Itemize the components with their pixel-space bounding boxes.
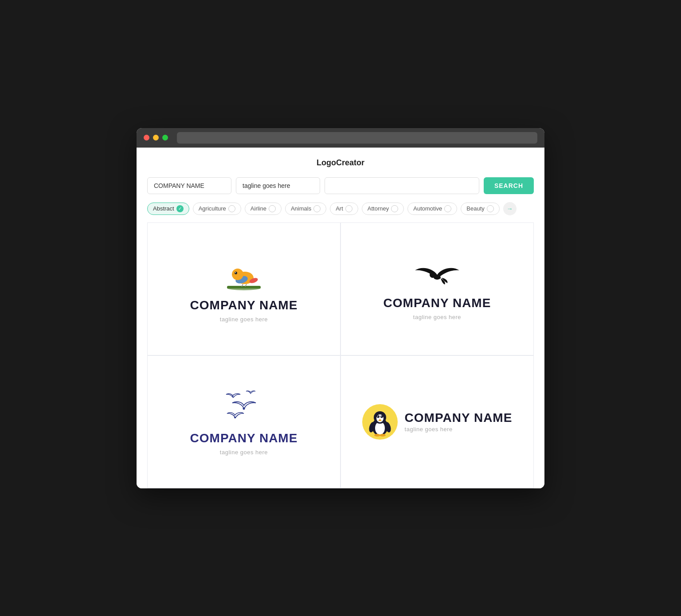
svg-point-7	[235, 272, 236, 273]
check-icon-animals	[313, 205, 321, 212]
app-content: LogoCreator SEARCH Abstract ✓ Agricultur…	[137, 148, 544, 488]
filter-chip-attorney[interactable]: Attorney	[362, 203, 404, 215]
svg-point-13	[243, 408, 245, 410]
filter-label: Animals	[291, 205, 311, 212]
logo-2-company-name: COMPANY NAME	[384, 296, 491, 310]
svg-rect-1	[227, 286, 261, 289]
logo-card-inner-1: COMPANY NAME tagline goes here	[190, 255, 298, 323]
filter-label: Airline	[250, 205, 266, 212]
filter-chip-airline[interactable]: Airline	[245, 203, 282, 215]
browser-window: LogoCreator SEARCH Abstract ✓ Agricultur…	[137, 128, 544, 488]
browser-titlebar	[137, 128, 544, 148]
tagline-input[interactable]	[236, 177, 320, 194]
birds-flock-icon	[222, 388, 266, 428]
search-button[interactable]: SEARCH	[484, 177, 534, 194]
filter-label: Attorney	[368, 205, 389, 212]
filter-label: Automotive	[413, 205, 442, 212]
svg-point-27	[374, 434, 380, 437]
filter-label: Art	[336, 205, 343, 212]
check-icon-automotive	[444, 205, 451, 212]
logo-3-tagline: tagline goes here	[220, 449, 268, 456]
svg-point-28	[380, 434, 386, 437]
search-bar: SEARCH	[147, 177, 534, 194]
logo-1-tagline: tagline goes here	[220, 316, 268, 323]
svg-point-22	[377, 416, 378, 417]
logo-grid: COMPANY NAME tagline goes here	[147, 222, 534, 488]
filter-chip-art[interactable]: Art	[330, 203, 358, 215]
logo-card-inner-3: COMPANY NAME tagline goes here	[190, 388, 298, 456]
logo-card-1[interactable]: COMPANY NAME tagline goes here	[147, 222, 340, 355]
check-icon-airline	[269, 205, 276, 212]
url-bar[interactable]	[177, 132, 537, 144]
filter-chip-beauty[interactable]: Beauty	[461, 203, 499, 215]
extra-input[interactable]	[325, 177, 479, 194]
svg-point-20	[377, 415, 380, 418]
close-button[interactable]	[144, 135, 149, 140]
filter-label: Agriculture	[199, 205, 226, 212]
svg-point-21	[380, 415, 383, 418]
check-icon-agriculture	[228, 205, 235, 212]
filter-label: Abstract	[153, 205, 174, 212]
logo-card-2[interactable]: COMPANY NAME tagline goes here	[340, 222, 534, 355]
check-icon-attorney	[391, 205, 398, 212]
app-title: LogoCreator	[147, 158, 534, 168]
logo-card-4[interactable]: COMPANY NAME tagline goes here	[340, 355, 534, 488]
logo-3-company-name: COMPANY NAME	[190, 431, 298, 445]
filter-bar: Abstract ✓ Agriculture Airline Animals A…	[147, 202, 534, 215]
filter-chip-automotive[interactable]: Automotive	[407, 203, 457, 215]
check-icon-beauty	[487, 205, 494, 212]
filter-chip-abstract[interactable]: Abstract ✓	[147, 203, 189, 215]
logo-4-text-group: COMPANY NAME tagline goes here	[405, 411, 513, 433]
minimize-button[interactable]	[153, 135, 159, 140]
bird-flying-icon	[413, 257, 462, 292]
svg-point-14	[234, 417, 236, 418]
logo-4-company-name: COMPANY NAME	[405, 411, 513, 425]
logo-1-company-name: COMPANY NAME	[190, 298, 298, 312]
logo-2-tagline: tagline goes here	[413, 314, 461, 320]
filter-next-button[interactable]: →	[503, 202, 517, 215]
company-name-input[interactable]	[147, 177, 231, 194]
svg-point-12	[430, 272, 436, 278]
svg-point-6	[235, 272, 237, 274]
check-icon-art	[345, 205, 352, 212]
penguin-svg	[367, 407, 393, 437]
maximize-button[interactable]	[162, 135, 168, 140]
check-icon-abstract: ✓	[176, 205, 184, 212]
logo-card-3[interactable]: COMPANY NAME tagline goes here	[147, 355, 340, 488]
bird-perch-icon	[217, 255, 270, 295]
filter-chip-animals[interactable]: Animals	[285, 203, 326, 215]
logo-card-inner-2: COMPANY NAME tagline goes here	[384, 257, 491, 320]
logo-4-tagline: tagline goes here	[405, 426, 513, 433]
svg-point-15	[232, 396, 233, 398]
filter-chip-agriculture[interactable]: Agriculture	[193, 203, 241, 215]
penguin-circle-icon	[362, 404, 398, 440]
svg-point-23	[381, 416, 382, 417]
logo-card-inner-4: COMPANY NAME tagline goes here	[362, 404, 513, 440]
filter-label: Beauty	[466, 205, 484, 212]
